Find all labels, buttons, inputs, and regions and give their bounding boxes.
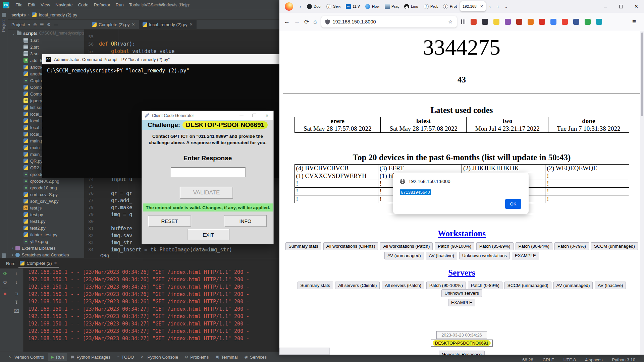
close-icon[interactable]: ✕ — [190, 22, 193, 27]
bookmarks-stripe-icon[interactable] — [2, 253, 6, 258]
rerun-icon[interactable]: ⟳ — [2, 270, 8, 277]
alert-value-selected[interactable]: 671381945640 — [400, 189, 431, 195]
cmd-titlebar[interactable]: Administrator: Command Prompt - PY "loca… — [42, 54, 290, 64]
tree-file[interactable]: test1.py — [8, 218, 84, 225]
extension-icon[interactable] — [528, 19, 534, 25]
scroll-tabs-left-icon[interactable]: ‹ — [296, 1, 304, 11]
menu-item[interactable]: View — [38, 1, 53, 8]
breadcrumb-root[interactable]: scripts — [11, 12, 26, 17]
menu-item[interactable]: Navigate — [53, 1, 75, 8]
servers-button[interactable]: EXAMPLE — [448, 299, 475, 306]
new-tab-icon[interactable]: + — [494, 1, 502, 11]
settings-wrench-icon[interactable]: ⚙ — [2, 279, 8, 285]
browser-tab[interactable]: Probl ✕ — [441, 1, 460, 11]
workstations-button[interactable]: AV (unmanaged) — [384, 252, 424, 259]
up-stack-icon[interactable]: ↑ — [13, 270, 19, 277]
reset-button[interactable]: RESET — [148, 215, 191, 227]
close-icon[interactable]: ✕ — [262, 111, 272, 120]
status-bar-item[interactable]: ▤ Python Packages — [68, 353, 114, 361]
tree-file[interactable]: sort_csv_S.py — [8, 191, 84, 198]
servers-button[interactable]: AV (Inactive) — [595, 282, 626, 289]
browser-tab[interactable]: Docu ✕ — [305, 1, 323, 11]
menu-item[interactable]: Refactor — [91, 1, 113, 8]
servers-button[interactable]: All servers (Clients) — [335, 282, 380, 289]
close-icon[interactable]: ✕ — [629, 0, 644, 13]
validate-button[interactable]: VALIDATE — [180, 187, 233, 199]
status-right-item[interactable]: UTF-8 — [564, 357, 576, 362]
status-bar-item[interactable]: >_ Python Console — [138, 353, 181, 361]
status-bar-item[interactable]: ▣ Terminal — [212, 353, 240, 361]
soft-wrap-icon[interactable]: ⊐ — [13, 291, 19, 297]
workstations-button[interactable]: AV (Inactive) — [426, 252, 457, 259]
firefox-view-icon[interactable] — [285, 2, 293, 11]
tree-file[interactable]: yltYx.png — [8, 238, 84, 245]
close-icon[interactable]: ✕ — [131, 22, 135, 27]
ok-button[interactable]: OK — [505, 199, 521, 209]
shield-icon[interactable] — [325, 19, 330, 24]
dialog-titlebar[interactable]: Client Code Generator — ✕ — [142, 111, 273, 120]
hide-panel-icon[interactable]: — — [54, 22, 58, 27]
home-icon[interactable]: ⌂ — [313, 18, 317, 25]
bookmark-star-icon[interactable]: ☆ — [448, 19, 452, 25]
tree-file[interactable]: test.py — [8, 211, 84, 218]
tree-file[interactable]: 2.srt — [8, 44, 84, 50]
tree-file[interactable]: 1.srt — [8, 37, 84, 44]
extension-icon[interactable] — [539, 19, 545, 25]
chevron-right-icon[interactable]: › — [12, 253, 13, 257]
url-bar[interactable]: 192.168.150.1:8000 ☆ — [321, 16, 457, 27]
menu-hamburger-icon[interactable]: ≡ — [632, 18, 639, 25]
status-bar-item[interactable]: ≡ TODO — [114, 353, 137, 361]
project-stripe-icon[interactable] — [2, 13, 6, 17]
status-right-item[interactable]: Python 3.10 — [612, 357, 635, 362]
browser-tab[interactable]: 11 Wa ✕ — [343, 1, 362, 11]
extension-icon[interactable] — [471, 19, 477, 25]
servers-button[interactable]: Summary stats — [298, 282, 333, 289]
library-icon[interactable] — [461, 19, 466, 24]
extension-icon[interactable] — [562, 19, 568, 25]
close-icon[interactable]: ✕ — [54, 261, 57, 265]
status-bar-item[interactable]: ⌥ Version Control — [5, 353, 47, 361]
browser-tab[interactable]: Pragm ✕ — [382, 1, 401, 11]
clear-console-icon[interactable]: ⌧ — [13, 308, 19, 314]
menu-item[interactable]: File — [13, 1, 25, 8]
workstations-button[interactable]: Patch (90-100%) — [435, 242, 474, 250]
tree-file[interactable]: qrcode10.png — [8, 184, 84, 191]
browser-tab[interactable]: Serve ✕ — [324, 1, 343, 11]
response-input[interactable] — [171, 167, 246, 177]
scroll-to-end-icon[interactable]: ↧ — [13, 299, 19, 305]
run-tab[interactable]: Complete (2) ✕ — [18, 259, 58, 268]
back-icon[interactable]: ← — [284, 18, 290, 25]
extension-icon[interactable] — [516, 19, 522, 25]
servers-button[interactable]: AV (unmanaged) — [553, 282, 593, 289]
tree-external-libraries[interactable]: › External Libraries — [8, 245, 84, 251]
minimize-icon[interactable]: – — [598, 0, 613, 13]
chevron-down-icon[interactable]: ▾ — [28, 22, 30, 27]
workstations-button[interactable]: All workstations (Clients) — [323, 242, 378, 250]
workstations-button[interactable]: SCCM (unmanaged) — [591, 242, 638, 250]
browser-tab[interactable]: Linu ✕ — [402, 1, 421, 11]
breadcrumb-file[interactable]: local_remedy (2).py — [39, 12, 77, 17]
extension-icon[interactable] — [596, 19, 602, 25]
scrollbar[interactable] — [640, 31, 644, 355]
extension-icon[interactable] — [505, 19, 511, 25]
status-bar-item[interactable]: ⊘ Problems — [182, 353, 212, 361]
minimize-icon[interactable]: — — [264, 54, 275, 64]
servers-button[interactable]: Unknown servers — [441, 289, 482, 297]
status-right-item[interactable]: CRLF — [543, 357, 554, 362]
editor-tab[interactable]: local_remedy (2).py ✕ — [139, 20, 197, 29]
reload-icon[interactable]: ⟳ — [304, 18, 309, 25]
editor-tab[interactable]: Complete (2).py ✕ — [88, 20, 139, 29]
info-button[interactable]: INFO — [224, 215, 267, 227]
workstations-button[interactable]: All workstations (Patch) — [380, 242, 433, 250]
editor-breadcrumb[interactable]: QR() — [100, 253, 109, 258]
stripe-label-project[interactable]: Project — [1, 19, 6, 32]
status-right-item[interactable]: 4 spaces — [585, 357, 603, 362]
workstations-button[interactable]: Patch (85-89%) — [476, 242, 513, 250]
maximize-icon[interactable] — [613, 0, 629, 13]
tree-file[interactable]: tkinter_test.py — [8, 231, 84, 238]
locate-icon[interactable]: ⊕ — [33, 22, 37, 27]
extension-icon[interactable] — [550, 19, 556, 25]
tree-file[interactable]: sort_csv_W.py — [8, 198, 84, 204]
url-text[interactable]: 192.168.150.1:8000 — [333, 19, 376, 24]
workstations-button[interactable]: Patch (80-84%) — [516, 242, 552, 250]
